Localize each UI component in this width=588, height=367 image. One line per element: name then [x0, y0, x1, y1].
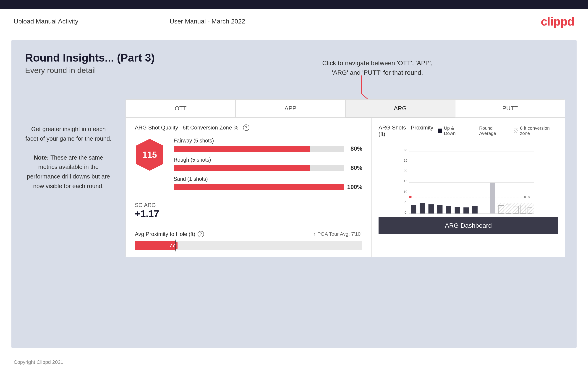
svg-rect-26 [429, 204, 434, 214]
svg-point-21 [409, 196, 412, 198]
arg-dashboard-button[interactable]: ARG Dashboard [379, 217, 558, 234]
bar-fairway: Fairway (5 shots) 80% [174, 138, 362, 152]
svg-rect-36 [520, 205, 526, 213]
proximity-help-icon[interactable]: ? [198, 231, 204, 237]
svg-rect-29 [455, 207, 460, 214]
sg-section: SG ARG +1.17 [135, 202, 362, 219]
quality-label: ARG Shot Quality [135, 125, 178, 131]
bar-rough-fill [174, 165, 310, 171]
nav-annotation: Click to navigate between 'OTT', 'APP', … [322, 58, 432, 77]
proximity-label: Avg Proximity to Hole (ft) ? [135, 231, 204, 237]
sg-value: +1.17 [135, 208, 362, 219]
section-subtitle: Every round in detail [25, 66, 563, 75]
svg-rect-25 [420, 203, 425, 214]
svg-text:0: 0 [405, 210, 406, 214]
chart-title: ARG Shots - Proximity (ft) [379, 125, 438, 137]
legend-updown: Up & Down [438, 125, 466, 136]
help-icon[interactable]: ? [243, 125, 249, 131]
proximity-bar-track: 77' [135, 241, 362, 250]
bar-sand-pct: 100% [347, 184, 363, 191]
header-left: Upload Manual Activity User Manual - Mar… [14, 18, 245, 25]
chart-header: ARG Shots - Proximity (ft) Up & Down Rou… [379, 125, 558, 137]
bar-rough-row: 80% [174, 164, 362, 171]
bar-rough-pct: 80% [347, 164, 362, 171]
tab-arg[interactable]: ARG [346, 100, 455, 117]
left-insight: Get greater insight into each facet of y… [25, 125, 112, 191]
bar-rough-track [174, 165, 344, 171]
section-title: Round Insights... (Part 3) [25, 51, 563, 64]
legend-roundavg: Round Average [471, 125, 508, 136]
tab-putt[interactable]: PUTT [455, 100, 565, 117]
svg-rect-35 [513, 206, 519, 214]
svg-text:8: 8 [528, 195, 530, 199]
hex-score-row: 115 Fairway (5 shots) 80% [135, 138, 362, 195]
proximity-header: Avg Proximity to Hole (ft) ? ↑ PGA Tour … [135, 231, 362, 237]
svg-rect-31 [472, 206, 477, 214]
svg-rect-33 [499, 205, 504, 213]
hexagon-score: 115 [135, 138, 164, 172]
svg-rect-27 [437, 205, 442, 213]
legend-conversion-label: 6 ft conversion zone [520, 125, 558, 136]
svg-text:5: 5 [405, 200, 406, 204]
logo: clippd [541, 15, 574, 28]
user-manual-title: User Manual - March 2022 [170, 18, 245, 25]
svg-marker-22 [524, 196, 527, 198]
svg-rect-37 [528, 208, 532, 214]
svg-rect-30 [463, 208, 469, 214]
panel-left-header: ARG Shot Quality 6ft Conversion Zone % ? [135, 125, 362, 131]
top-bar [0, 0, 588, 9]
legend-roundavg-label: Round Average [479, 125, 508, 136]
legend-conversion-hatch [514, 129, 518, 133]
proximity-section: Avg Proximity to Hole (ft) ? ↑ PGA Tour … [135, 226, 362, 250]
bar-rough: Rough (5 shots) 80% [174, 157, 362, 171]
bar-sand-label: Sand (1 shots) [174, 176, 362, 182]
header: Upload Manual Activity User Manual - Mar… [0, 9, 588, 33]
tab-row: OTT APP ARG PUTT [126, 100, 565, 118]
svg-rect-32 [490, 183, 495, 213]
bar-rough-label: Rough (5 shots) [174, 157, 362, 163]
svg-rect-28 [446, 206, 451, 214]
legend-conversion: 6 ft conversion zone [514, 125, 558, 136]
bar-fairway-pct: 80% [347, 145, 362, 152]
upload-manual-link[interactable]: Upload Manual Activity [14, 18, 78, 25]
bars-section: Fairway (5 shots) 80% Rough (5 shots) [174, 138, 362, 195]
dashboard-panel: OTT APP ARG PUTT ARG Shot Quality 6ft Co… [125, 99, 565, 257]
sg-label: SG ARG [135, 202, 362, 208]
proximity-cursor [175, 240, 176, 251]
conversion-label: 6ft Conversion Zone % [182, 125, 238, 131]
hex-score-value: 115 [142, 150, 157, 160]
svg-rect-34 [506, 205, 511, 213]
bar-sand: Sand (1 shots) 100% [174, 176, 362, 191]
main-content: Round Insights... (Part 3) Every round i… [11, 40, 577, 348]
panel-body: ARG Shot Quality 6ft Conversion Zone % ?… [126, 118, 565, 257]
bar-sand-row: 100% [174, 184, 362, 191]
legend-updown-box [438, 129, 442, 133]
svg-text:15: 15 [404, 179, 407, 183]
svg-text:20: 20 [404, 169, 407, 173]
bar-fairway-label: Fairway (5 shots) [174, 138, 362, 144]
footer: Copyright Clippd 2021 [0, 355, 588, 367]
panel-left: ARG Shot Quality 6ft Conversion Zone % ?… [126, 118, 372, 257]
svg-text:10: 10 [404, 190, 407, 193]
bar-sand-fill [174, 184, 344, 190]
legend-updown-label: Up & Down [444, 125, 466, 136]
bar-fairway-row: 80% [174, 145, 362, 152]
panel-right: ARG Shots - Proximity (ft) Up & Down Rou… [372, 118, 565, 257]
tab-ott[interactable]: OTT [126, 100, 235, 117]
bar-sand-track [174, 184, 344, 190]
svg-rect-24 [411, 205, 416, 213]
tab-app[interactable]: APP [235, 100, 345, 117]
chart-area: 0 5 10 15 20 25 30 [379, 142, 558, 215]
bar-fairway-fill [174, 146, 310, 152]
pga-avg: ↑ PGA Tour Avg: 7'10" [313, 231, 362, 237]
copyright: Copyright Clippd 2021 [14, 359, 63, 365]
svg-text:25: 25 [404, 158, 407, 162]
legend-roundavg-line [471, 131, 477, 131]
proximity-bar-fill: 77' [135, 241, 176, 250]
legend: Up & Down Round Average 6 ft conversion … [438, 125, 558, 136]
bar-fairway-track [174, 146, 344, 152]
svg-text:30: 30 [404, 148, 407, 152]
